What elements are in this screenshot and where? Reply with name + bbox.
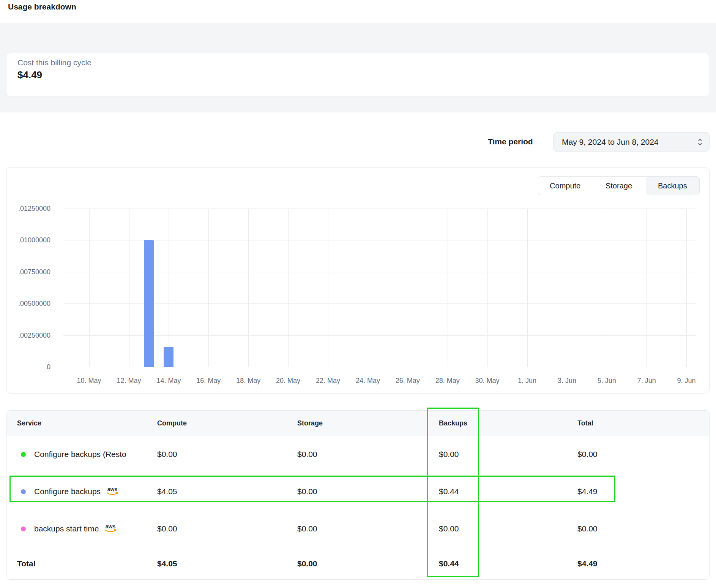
billing-cycle-card: Cost this billing cycle $4.49: [6, 53, 709, 97]
column-header-storage: Storage: [297, 411, 323, 436]
column-header-total: Total: [577, 411, 593, 436]
compute-value: $4.05: [157, 487, 177, 496]
tab-storage[interactable]: Storage: [592, 177, 645, 195]
service-dot: [21, 526, 26, 531]
service-name: Configure backups (Resto: [34, 450, 126, 459]
service-name: Configure backups: [34, 487, 101, 496]
svg-text:aws: aws: [106, 524, 116, 530]
column-header-compute: Compute: [157, 411, 187, 436]
grand-total: $4.49: [577, 559, 598, 568]
tab-backups[interactable]: Backups: [646, 177, 699, 195]
time-period-select[interactable]: May 9, 2024 to Jun 8, 2024: [553, 132, 710, 152]
table-row: Configure backups (Resto $0.00 $0.00 $0.…: [6, 436, 709, 473]
total-row-label: Total: [17, 559, 36, 568]
service-name: backups start time: [34, 524, 99, 533]
compute-value: $0.00: [157, 450, 177, 459]
backups-value: $0.44: [439, 487, 459, 496]
service-dot: [21, 452, 26, 457]
backups-value: $0.00: [439, 524, 459, 533]
usage-chart-card: [6, 167, 710, 394]
service-cell: backups start time aws: [21, 524, 117, 534]
table-total-row: Total $4.05 $0.00 $0.44 $4.49: [6, 547, 709, 580]
column-header-service: Service: [17, 411, 41, 436]
storage-total: $0.00: [297, 559, 317, 568]
column-header-backups: Backups: [439, 411, 467, 436]
time-period-label: Time period: [488, 137, 533, 146]
billing-cycle-amount: $4.49: [17, 69, 698, 81]
total-value: $4.49: [577, 487, 598, 496]
usage-table: Service Compute Storage Backups Total Co…: [6, 410, 710, 580]
compute-value: $0.00: [157, 524, 177, 533]
select-updown-icon: [697, 138, 703, 147]
storage-value: $0.00: [297, 487, 317, 496]
aws-logo-icon: aws: [106, 487, 119, 496]
backups-total: $0.44: [439, 559, 459, 568]
bar-14-may[interactable]: [164, 347, 173, 367]
total-value: $0.00: [577, 524, 598, 533]
service-cell: Configure backups (Resto: [21, 450, 126, 459]
total-value: $0.00: [577, 450, 598, 459]
billing-cycle-label: Cost this billing cycle: [17, 58, 698, 67]
storage-value: $0.00: [297, 524, 317, 533]
service-cell: Configure backups aws: [21, 487, 119, 496]
storage-value: $0.00: [297, 450, 317, 459]
time-period-value: May 9, 2024 to Jun 8, 2024: [562, 138, 659, 147]
backups-value: $0.00: [439, 450, 459, 459]
table-header-row: Service Compute Storage Backups Total: [6, 411, 709, 436]
usage-breakdown-page: Usage breakdown Cost this billing cycle …: [0, 0, 716, 588]
service-dot: [21, 489, 26, 494]
compute-total: $4.05: [157, 559, 177, 568]
tab-compute[interactable]: Compute: [538, 177, 592, 195]
page-title: Usage breakdown: [8, 2, 76, 11]
bar-13-may[interactable]: [144, 240, 154, 367]
table-row: Configure backups aws $4.05 $0.00 $0.44 …: [6, 473, 709, 510]
table-row: backups start time aws $0.00 $0.00 $0.00…: [6, 510, 709, 547]
aws-logo-icon: aws: [104, 524, 117, 534]
billing-summary-section: Cost this billing cycle $4.49: [0, 23, 716, 112]
svg-text:aws: aws: [107, 487, 118, 492]
metric-tabs: Compute Storage Backups: [538, 176, 700, 195]
